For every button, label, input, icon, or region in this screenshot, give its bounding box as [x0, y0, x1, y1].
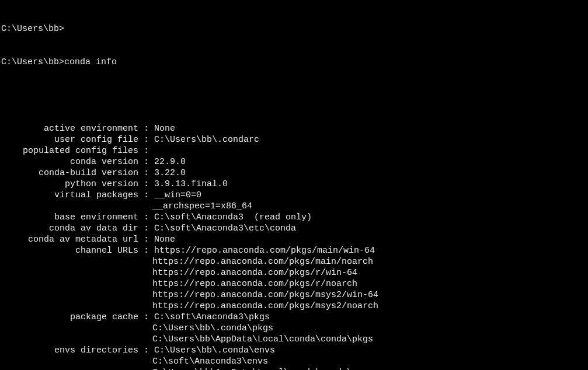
prompt-path: C:\Users\bb>: [1, 24, 64, 34]
info-separator: :: [138, 134, 154, 145]
info-line: conda av data dir : C:\soft\Anaconda3\et…: [1, 223, 588, 234]
info-value: C:\soft\Anaconda3\envs: [152, 356, 268, 367]
info-key: channel URLs: [1, 245, 138, 256]
info-line: populated config files :: [1, 145, 588, 156]
info-key: conda version: [1, 156, 138, 167]
info-line: conda-build version : 3.22.0: [1, 167, 588, 179]
info-line: https://repo.anaconda.com/pkgs/msys2/noa…: [1, 301, 588, 312]
info-key: populated config files: [1, 145, 138, 156]
info-separator: :: [138, 179, 154, 190]
prompt-cmd: conda info: [64, 57, 117, 67]
info-line: __archspec=1=x86_64: [1, 201, 588, 212]
info-value: C:\soft\Anaconda3\etc\conda: [154, 223, 296, 234]
info-line: https://repo.anaconda.com/pkgs/r/win-64: [1, 267, 588, 278]
info-line: C:\Users\bb\AppData\Local\conda\conda\en…: [1, 367, 588, 370]
info-line: C:\soft\Anaconda3\envs: [1, 356, 588, 367]
info-key: conda-build version: [1, 167, 138, 179]
info-key: user config file: [1, 134, 138, 145]
info-value: __win=0=0: [154, 190, 201, 201]
info-value: None: [154, 123, 175, 134]
info-line: user config file : C:\Users\bb\.condarc: [1, 134, 588, 145]
info-separator: :: [138, 145, 154, 156]
info-value: 3.9.13.final.0: [154, 179, 228, 190]
info-line: package cache : C:\soft\Anaconda3\pkgs: [1, 312, 588, 323]
prompt-line: C:\Users\bb>: [1, 23, 588, 34]
info-value: None: [154, 234, 175, 245]
terminal-output[interactable]: C:\Users\bb> C:\Users\bb>conda info acti…: [0, 0, 588, 370]
info-line: https://repo.anaconda.com/pkgs/main/noar…: [1, 256, 588, 267]
info-value: 3.22.0: [154, 167, 186, 179]
info-line: virtual packages : __win=0=0: [1, 190, 588, 201]
info-separator: :: [138, 212, 154, 223]
info-value: C:\Users\bb\.condarc: [154, 134, 259, 145]
info-line: active environment : None: [1, 123, 588, 134]
info-line: envs directories : C:\Users\bb\.conda\en…: [1, 345, 588, 356]
info-key: active environment: [1, 123, 138, 134]
info-line: https://repo.anaconda.com/pkgs/r/noarch: [1, 278, 588, 289]
blank-line: [1, 90, 588, 101]
info-value: C:\Users\bb\AppData\Local\conda\conda\en…: [152, 367, 373, 370]
info-key: virtual packages: [1, 190, 138, 201]
info-key: conda av metadata url: [1, 234, 138, 245]
info-value: 22.9.0: [154, 156, 186, 167]
info-key: python version: [1, 179, 138, 190]
info-value: C:\Users\bb\.conda\envs: [154, 345, 275, 356]
conda-info-block: active environment : Noneuser config fil…: [1, 123, 588, 370]
info-key: package cache: [1, 312, 138, 323]
info-separator: :: [138, 312, 154, 323]
info-value: https://repo.anaconda.com/pkgs/msys2/noa…: [152, 301, 378, 312]
info-separator: :: [138, 223, 154, 234]
info-value: https://repo.anaconda.com/pkgs/r/noarch: [152, 278, 357, 289]
info-value: __archspec=1=x86_64: [152, 201, 252, 212]
info-value: https://repo.anaconda.com/pkgs/r/win-64: [152, 267, 357, 278]
info-line: base environment : C:\soft\Anaconda3 (re…: [1, 212, 588, 223]
info-line: channel URLs : https://repo.anaconda.com…: [1, 245, 588, 256]
prompt-line: C:\Users\bb>conda info: [1, 57, 588, 68]
info-key: conda av data dir: [1, 223, 138, 234]
info-value: https://repo.anaconda.com/pkgs/main/noar…: [152, 256, 373, 267]
info-line: conda av metadata url : None: [1, 234, 588, 245]
info-key: envs directories: [1, 345, 138, 356]
info-line: https://repo.anaconda.com/pkgs/msys2/win…: [1, 289, 588, 301]
info-value: C:\Users\bb\.conda\pkgs: [152, 323, 273, 334]
info-separator: :: [138, 123, 154, 134]
info-line: python version : 3.9.13.final.0: [1, 179, 588, 190]
info-value: C:\Users\bb\AppData\Local\conda\conda\pk…: [152, 334, 373, 345]
info-separator: :: [138, 156, 154, 167]
info-value: https://repo.anaconda.com/pkgs/main/win-…: [154, 245, 375, 256]
info-value: C:\soft\Anaconda3\pkgs: [154, 312, 270, 323]
info-separator: :: [138, 167, 154, 179]
info-line: C:\Users\bb\.conda\pkgs: [1, 323, 588, 334]
info-line: C:\Users\bb\AppData\Local\conda\conda\pk…: [1, 334, 588, 345]
info-separator: :: [138, 245, 154, 256]
info-value: C:\soft\Anaconda3 (read only): [154, 212, 312, 223]
info-separator: :: [138, 190, 154, 201]
info-separator: :: [138, 345, 154, 356]
info-separator: :: [138, 234, 154, 245]
info-line: conda version : 22.9.0: [1, 156, 588, 167]
info-value: https://repo.anaconda.com/pkgs/msys2/win…: [152, 289, 378, 301]
prompt-path: C:\Users\bb>: [1, 57, 64, 67]
info-key: base environment: [1, 212, 138, 223]
